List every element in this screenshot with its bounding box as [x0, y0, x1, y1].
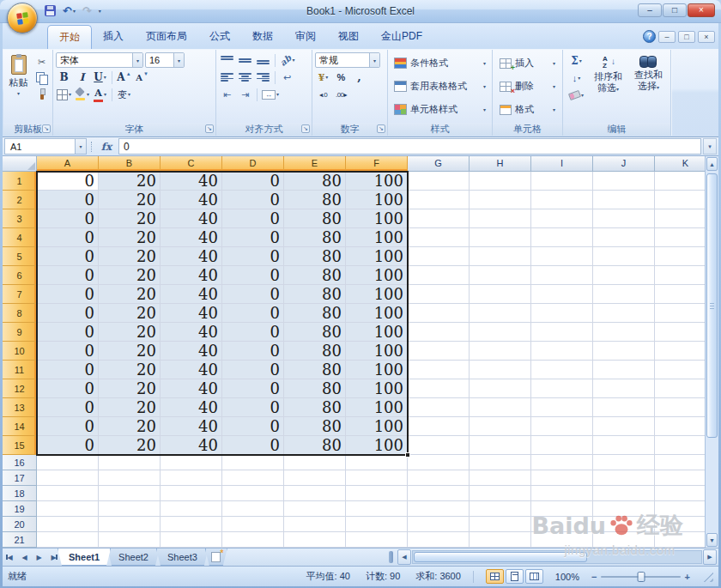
cell-G12[interactable]	[408, 379, 470, 398]
cell-F10[interactable]: 100	[346, 342, 408, 361]
cell-E2[interactable]: 80	[284, 191, 346, 209]
cell-H5[interactable]	[470, 247, 531, 266]
font-dialog-launcher[interactable]: ↘	[205, 124, 214, 133]
ribbon-tab-金山PDF[interactable]: 金山PDF	[370, 23, 433, 49]
cell-B8[interactable]: 20	[99, 304, 161, 323]
cell-F18[interactable]	[346, 486, 408, 501]
cell-F6[interactable]: 100	[346, 266, 408, 285]
row-header-11[interactable]: 11	[3, 361, 37, 379]
row-header-1[interactable]: 1	[3, 172, 37, 191]
column-header-J[interactable]: J	[593, 156, 655, 172]
align-right-button[interactable]	[255, 70, 271, 85]
cell-B10[interactable]: 20	[99, 342, 161, 361]
orientation-button[interactable]: ab▾	[279, 52, 296, 68]
row-header-16[interactable]: 16	[3, 455, 37, 470]
row-header-13[interactable]: 13	[3, 398, 37, 417]
cell-H16[interactable]	[470, 455, 531, 470]
italic-button[interactable]: I	[74, 70, 90, 85]
cell-K6[interactable]	[655, 266, 705, 285]
cell-J3[interactable]	[593, 209, 655, 228]
cell-G21[interactable]	[408, 532, 470, 548]
ribbon-tab-开始[interactable]: 开始	[47, 25, 92, 49]
number-format-dropdown-icon[interactable]: ▾	[369, 53, 379, 67]
cell-A12[interactable]: 0	[37, 379, 99, 398]
increase-font-button[interactable]: A▲	[116, 70, 132, 85]
zoom-level[interactable]: 100%	[555, 572, 579, 582]
cell-D8[interactable]: 0	[222, 304, 284, 323]
align-bottom-button[interactable]	[255, 52, 271, 68]
clear-button[interactable]: ▾	[566, 88, 587, 103]
cell-G10[interactable]	[408, 342, 470, 361]
align-top-button[interactable]	[219, 52, 235, 68]
cell-K15[interactable]	[655, 436, 705, 455]
cell-E19[interactable]	[284, 501, 346, 517]
cell-G15[interactable]	[408, 436, 470, 455]
cell-F5[interactable]: 100	[346, 247, 408, 266]
row-header-8[interactable]: 8	[3, 304, 37, 323]
cell-I16[interactable]	[531, 455, 593, 470]
cell-A17[interactable]	[37, 470, 99, 486]
row-header-17[interactable]: 17	[3, 470, 37, 486]
cell-B5[interactable]: 20	[99, 247, 161, 266]
scroll-right-button[interactable]: ▶	[703, 549, 717, 565]
cell-H7[interactable]	[470, 285, 531, 304]
maximize-button[interactable]: □	[663, 3, 687, 17]
customize-qat-button[interactable]: ▾	[97, 8, 103, 15]
previous-sheet-button[interactable]: ◀	[17, 549, 32, 566]
format-cells-button[interactable]: 格式▾	[495, 99, 560, 120]
cell-C13[interactable]: 40	[161, 398, 222, 417]
cell-K12[interactable]	[655, 379, 705, 398]
cell-I15[interactable]	[531, 436, 593, 455]
merge-dropdown-icon[interactable]: ▾	[276, 92, 279, 97]
cell-D1[interactable]: 0	[222, 172, 284, 191]
scroll-down-button[interactable]: ▼	[706, 533, 718, 547]
cell-J17[interactable]	[593, 470, 655, 486]
cell-H14[interactable]	[470, 417, 531, 436]
cell-I14[interactable]	[531, 417, 593, 436]
cell-E21[interactable]	[284, 532, 346, 548]
cell-K13[interactable]	[655, 398, 705, 417]
row-header-15[interactable]: 15	[3, 436, 37, 455]
cell-B4[interactable]: 20	[99, 228, 161, 247]
zoom-slider[interactable]: − +	[591, 572, 690, 582]
currency-dropdown-icon[interactable]: ▾	[325, 75, 328, 80]
sheet-tab-Sheet3[interactable]: Sheet3	[156, 549, 209, 566]
save-button[interactable]	[43, 4, 58, 17]
cell-F2[interactable]: 100	[346, 191, 408, 209]
zoom-thumb[interactable]	[637, 572, 645, 582]
autosum-button[interactable]: Σ▾	[566, 53, 587, 69]
cell-A5[interactable]: 0	[37, 247, 99, 266]
cell-C3[interactable]: 40	[161, 209, 222, 228]
cell-G17[interactable]	[408, 470, 470, 486]
cell-F21[interactable]	[346, 532, 408, 548]
cell-I13[interactable]	[531, 398, 593, 417]
workbook-minimize-button[interactable]: –	[658, 31, 676, 43]
cell-K2[interactable]	[655, 191, 705, 209]
cell-E14[interactable]: 80	[284, 417, 346, 436]
first-sheet-button[interactable]: ◀	[3, 549, 17, 566]
column-header-I[interactable]: I	[531, 156, 593, 172]
cell-G6[interactable]	[408, 266, 470, 285]
cell-J10[interactable]	[593, 342, 655, 361]
cell-D2[interactable]: 0	[222, 191, 284, 209]
cell-I6[interactable]	[531, 266, 593, 285]
cell-I17[interactable]	[531, 470, 593, 486]
cell-D4[interactable]: 0	[222, 228, 284, 247]
cell-E18[interactable]	[284, 486, 346, 501]
ribbon-tab-公式[interactable]: 公式	[198, 23, 241, 49]
cell-H13[interactable]	[470, 398, 531, 417]
merge-center-button[interactable]: ↔▾	[261, 87, 280, 102]
cell-B20[interactable]	[99, 517, 161, 532]
font-name-select[interactable]: 宋体▾	[56, 52, 143, 68]
number-format-select[interactable]: 常规▾	[315, 52, 380, 68]
cell-C18[interactable]	[161, 486, 222, 501]
ribbon-tab-审阅[interactable]: 审阅	[284, 23, 327, 49]
cell-B21[interactable]	[99, 532, 161, 548]
zoom-out-button[interactable]: −	[591, 572, 597, 582]
horizontal-scrollbar[interactable]: ◀ ▶	[397, 549, 717, 565]
cell-K5[interactable]	[655, 247, 705, 266]
ribbon-tab-插入[interactable]: 插入	[92, 23, 135, 49]
cell-D13[interactable]: 0	[222, 398, 284, 417]
comma-style-button[interactable]: ,	[351, 70, 367, 85]
cell-C8[interactable]: 40	[161, 304, 222, 323]
